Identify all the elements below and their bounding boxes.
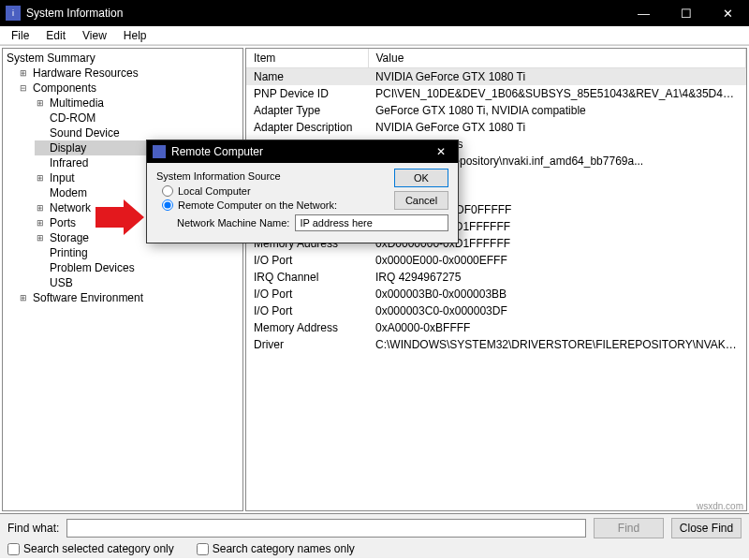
cell-value: PCI\VEN_10DE&DEV_1B06&SUBSYS_85E51043&RE… (368, 85, 746, 102)
table-row[interactable]: I/O Port0x000003B0-0x000003BB (246, 286, 746, 302)
cell-item: I/O Port (246, 286, 368, 302)
tree-label: Storage (48, 231, 91, 244)
machine-name-input[interactable] (295, 214, 448, 231)
checkbox-selected-category[interactable] (7, 543, 20, 555)
find-input[interactable] (66, 519, 586, 538)
chk-search-names[interactable]: Search category names only (197, 542, 355, 555)
dialog-body: System Information Source Local Computer… (147, 163, 458, 243)
table-row[interactable]: PNP Device IDPCI\VEN_10DE&DEV_1B06&SUBSY… (246, 85, 746, 102)
menubar: File Edit View Help (0, 26, 749, 45)
app-icon: i (6, 6, 21, 21)
table-row[interactable]: I/O Port0x0000E000-0x0000EFFF (246, 252, 746, 269)
close-find-button[interactable]: Close Find (671, 518, 742, 538)
tree-label: Input (48, 171, 77, 184)
main-content: System Summary ⊞ Hardware Resources ⊟ Co… (0, 45, 749, 513)
details-pane[interactable]: Item Value NameNVIDIA GeForce GTX 1080 T… (245, 48, 747, 511)
tree-problem-devices[interactable]: Problem Devices (35, 260, 241, 275)
dialog-titlebar[interactable]: Remote Computer ✕ (147, 140, 458, 163)
tree-label: Ports (48, 216, 78, 229)
expand-icon[interactable]: ⊞ (35, 232, 46, 243)
expand-icon[interactable]: ⊞ (35, 97, 46, 109)
menu-file[interactable]: File (4, 27, 37, 44)
checkbox-category-names[interactable] (197, 543, 209, 555)
chk-search-selected[interactable]: Search selected category only (7, 542, 174, 555)
tree-label: CD-ROM (48, 111, 97, 125)
ok-button[interactable]: OK (394, 169, 448, 187)
cell-item: I/O Port (246, 252, 368, 269)
tree-components[interactable]: ⊟ Components (18, 81, 241, 96)
maximize-button[interactable]: ☐ (665, 0, 707, 26)
table-row[interactable]: DriverC:\WINDOWS\SYSTEM32\DRIVERSTORE\FI… (246, 336, 746, 353)
table-row[interactable]: NameNVIDIA GeForce GTX 1080 Ti (246, 68, 746, 86)
tree-sound-device[interactable]: Sound Device (35, 125, 241, 140)
col-value[interactable]: Value (368, 49, 746, 68)
cell-value: 0xA0000-0xBFFFF (368, 319, 746, 336)
find-button[interactable]: Find (594, 518, 664, 538)
tree-label: Software Environment (31, 291, 145, 304)
tree-label: Display (48, 141, 88, 155)
window-titlebar: i System Information — ☐ ✕ (0, 0, 749, 26)
cell-value: 0x0000E000-0x0000EFFF (368, 252, 746, 269)
tree-cdrom[interactable]: CD-ROM (35, 111, 241, 125)
cell-item: Memory Address (246, 319, 368, 336)
cell-value: 0x000003C0-0x000003DF (368, 302, 746, 319)
find-panel: Find what: Find Close Find Search select… (0, 513, 749, 558)
minimize-button[interactable]: — (623, 0, 665, 26)
tree-label: USB (48, 276, 75, 289)
expand-icon[interactable]: ⊞ (35, 202, 46, 214)
cell-item: Name (246, 68, 368, 86)
table-row[interactable]: IRQ ChannelIRQ 4294967275 (246, 269, 746, 286)
cancel-button[interactable]: Cancel (394, 191, 448, 210)
window-controls: — ☐ ✕ (623, 0, 749, 26)
tree-software-environment[interactable]: ⊞ Software Environment (18, 290, 241, 305)
tree-printing[interactable]: Printing (35, 245, 241, 260)
cell-item: I/O Port (246, 302, 368, 319)
dialog-close-button[interactable]: ✕ (430, 145, 452, 158)
table-row[interactable]: Adapter DescriptionNVIDIA GeForce GTX 10… (246, 119, 746, 136)
cell-item: Adapter Description (246, 119, 368, 136)
cell-value: 0x000003B0-0x000003BB (368, 286, 746, 302)
collapse-icon[interactable]: ⊟ (18, 82, 29, 94)
machine-name-label: Network Machine Name: (177, 217, 289, 228)
table-row[interactable]: I/O Port0x000003C0-0x000003DF (246, 302, 746, 319)
radio-label: Remote Computer on the Network: (178, 199, 337, 211)
radio-remote[interactable] (162, 199, 173, 211)
menu-edit[interactable]: Edit (38, 27, 73, 44)
table-row[interactable]: Memory Address0xA0000-0xBFFFF (246, 319, 746, 336)
dialog-title: Remote Computer (171, 145, 430, 158)
remote-computer-dialog: Remote Computer ✕ System Information Sou… (146, 140, 459, 243)
nav-tree[interactable]: System Summary ⊞ Hardware Resources ⊟ Co… (2, 48, 243, 511)
tree-label: Printing (48, 246, 90, 259)
expand-icon[interactable]: ⊞ (35, 172, 46, 184)
expand-icon[interactable]: ⊞ (18, 67, 29, 79)
tree-label: Components (31, 81, 98, 95)
tree-multimedia[interactable]: ⊞ Multimedia (35, 96, 241, 111)
cell-item: Adapter Type (246, 102, 368, 119)
cell-value: NVIDIA GeForce GTX 1080 Ti (368, 68, 746, 86)
tree-usb[interactable]: USB (35, 275, 241, 290)
tree-hardware-resources[interactable]: ⊞ Hardware Resources (18, 66, 241, 81)
expand-icon[interactable]: ⊞ (18, 292, 29, 303)
tree-system-summary[interactable]: System Summary (5, 51, 241, 66)
menu-help[interactable]: Help (116, 27, 154, 44)
close-button[interactable]: ✕ (707, 0, 749, 26)
cell-value: GeForce GTX 1080 Ti, NVIDIA compatible (368, 102, 746, 119)
chk-label: Search category names only (213, 542, 355, 555)
cell-value: C:\WINDOWS\SYSTEM32\DRIVERSTORE\FILEREPO… (368, 336, 746, 353)
radio-local[interactable] (162, 185, 173, 197)
tree-label: Multimedia (48, 96, 106, 110)
menu-view[interactable]: View (75, 27, 114, 44)
tree-label: Modem (48, 186, 89, 199)
find-label: Find what: (7, 522, 59, 535)
table-row[interactable]: Adapter TypeGeForce GTX 1080 Ti, NVIDIA … (246, 102, 746, 119)
tree-label: Infrared (48, 156, 90, 169)
radio-label: Local Computer (178, 185, 251, 197)
expand-icon[interactable]: ⊞ (35, 217, 46, 228)
cell-item: IRQ Channel (246, 269, 368, 286)
cell-item: Driver (246, 336, 368, 353)
col-item[interactable]: Item (246, 49, 368, 68)
cell-value: NVIDIA GeForce GTX 1080 Ti (368, 119, 746, 136)
tree-label: Hardware Resources (31, 66, 140, 80)
chk-label: Search selected category only (23, 542, 174, 555)
cell-item: PNP Device ID (246, 85, 368, 102)
